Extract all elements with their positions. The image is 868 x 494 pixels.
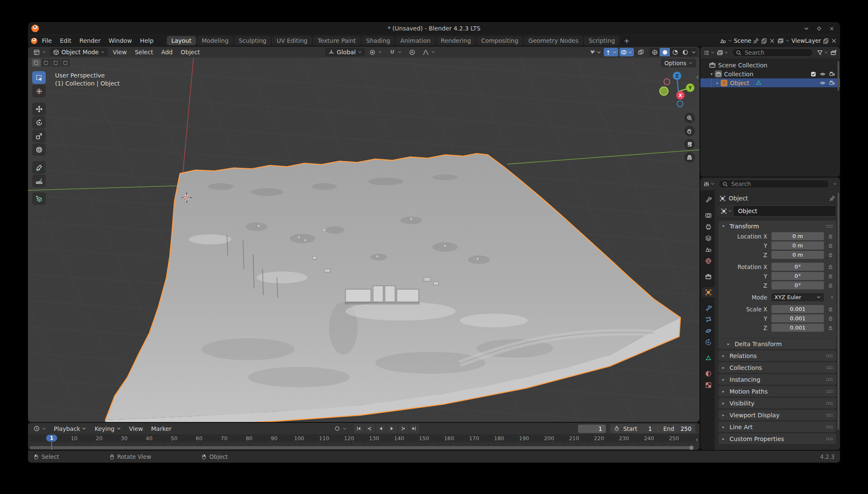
axis-x-negative-ball[interactable] xyxy=(663,78,670,85)
properties-tab-object-data[interactable] xyxy=(702,353,715,363)
viewport-menu-object[interactable]: Object xyxy=(177,48,204,56)
outliner-row-object[interactable]: ▸▽Object xyxy=(700,78,840,87)
transform-tool-button[interactable] xyxy=(32,143,46,156)
lock-open-icon[interactable] xyxy=(828,306,833,312)
stopwatch-icon[interactable] xyxy=(614,426,619,431)
pin-icon[interactable] xyxy=(829,195,835,202)
delta-transform-subpanel[interactable]: ▸ Delta Transform xyxy=(719,338,836,349)
zoom-button[interactable] xyxy=(684,113,695,123)
panel-motion-paths[interactable]: ▸Motion Paths xyxy=(719,386,836,397)
outliner-search[interactable] xyxy=(732,48,813,57)
panel-relations[interactable]: ▸Relations xyxy=(719,350,836,361)
jump-to-start-button[interactable] xyxy=(354,424,364,433)
perspective-toggle-button[interactable] xyxy=(684,152,695,163)
workspace-tab-layout[interactable]: Layout xyxy=(167,36,196,45)
value-field-y[interactable]: 0.001 xyxy=(771,314,824,322)
timeline-ruler[interactable]: 1 10203040506070809010011012013014015016… xyxy=(28,434,699,442)
workspace-tab-shading[interactable]: Shading xyxy=(362,36,395,45)
jump-to-end-button[interactable] xyxy=(409,424,419,433)
workspace-tab-compositing[interactable]: Compositing xyxy=(476,36,523,45)
lock-open-icon[interactable] xyxy=(828,264,833,269)
close-button[interactable] xyxy=(827,24,837,33)
viewport-menu-view[interactable]: View xyxy=(109,48,130,56)
remove-view-layer-icon[interactable] xyxy=(831,38,837,44)
panel-visibility[interactable]: ▸Visibility xyxy=(719,398,836,408)
properties-tab-scene[interactable] xyxy=(702,244,715,255)
lock-open-icon[interactable] xyxy=(828,283,833,288)
transform-panel-header[interactable]: ▾ Transform xyxy=(719,221,836,231)
panel-collections[interactable]: ▸Collections xyxy=(719,362,836,373)
terrain-mesh[interactable] xyxy=(28,58,699,422)
properties-tab-object[interactable] xyxy=(702,287,715,297)
checkbox-toggle[interactable] xyxy=(809,71,818,77)
animate-property-dot[interactable] xyxy=(832,296,832,298)
snapping-toggle[interactable] xyxy=(386,48,405,56)
timeline-scrollbar[interactable] xyxy=(30,446,693,449)
lock-open-icon[interactable] xyxy=(828,233,833,239)
select-extend-button[interactable] xyxy=(41,59,50,67)
current-frame-input[interactable] xyxy=(578,425,606,433)
breadcrumb-label[interactable]: Object xyxy=(729,195,748,202)
outliner-search-input[interactable] xyxy=(744,49,809,56)
axis-z-ball[interactable]: Z xyxy=(673,72,681,80)
proportional-editing-toggle[interactable] xyxy=(406,48,418,56)
value-field-scale-x[interactable]: 0.001 xyxy=(771,305,824,313)
panel-custom-properties[interactable]: ▸Custom Properties xyxy=(719,433,836,444)
minimize-button[interactable] xyxy=(801,24,811,33)
value-field-y[interactable]: 0 m xyxy=(771,241,824,250)
select-intersect-button[interactable] xyxy=(61,59,70,67)
properties-tab-material[interactable] xyxy=(702,369,715,379)
viewport-canvas[interactable]: Options User Perspective (1) Collection … xyxy=(28,58,699,422)
workspace-tab-scripting[interactable]: Scripting xyxy=(584,36,619,45)
workspace-tab-rendering[interactable]: Rendering xyxy=(436,36,476,45)
outliner-row-scene-collection[interactable]: Scene Collection xyxy=(700,61,840,69)
pan-button[interactable] xyxy=(684,126,695,136)
pivot-point-dropdown[interactable] xyxy=(366,48,385,56)
object-id-dropdown[interactable] xyxy=(719,206,734,216)
measure-tool-button[interactable] xyxy=(32,175,46,187)
expander-icon[interactable]: ▾ xyxy=(708,72,715,76)
cursor-tool-button[interactable] xyxy=(32,85,46,97)
properties-options-dropdown[interactable] xyxy=(833,182,837,186)
rotation-mode-select[interactable]: XYZ Euler xyxy=(771,293,824,301)
unlink-scene-icon[interactable] xyxy=(769,38,775,44)
menu-file[interactable]: File xyxy=(38,36,55,45)
value-field-z[interactable]: 0° xyxy=(771,281,824,289)
end-value[interactable]: 250 xyxy=(680,425,691,432)
axis-z-negative-ball[interactable] xyxy=(677,100,683,107)
outliner-scrollbar[interactable] xyxy=(838,61,839,91)
properties-search[interactable] xyxy=(719,180,829,188)
workspace-tab-texture-paint[interactable]: Texture Paint xyxy=(313,36,360,45)
drag-handle-icon[interactable] xyxy=(826,225,832,228)
xray-toggle-button[interactable] xyxy=(635,48,646,56)
blender-menu-logo-icon[interactable] xyxy=(31,38,37,44)
rendered-shading-button[interactable] xyxy=(680,48,690,56)
lock-open-icon[interactable] xyxy=(828,243,833,248)
axis-y-ball[interactable]: Y xyxy=(686,83,694,92)
auto-keying-toggle[interactable] xyxy=(331,425,350,433)
shading-dropdown[interactable] xyxy=(690,48,697,56)
properties-tab-texture[interactable] xyxy=(702,380,715,390)
add-workspace-button[interactable]: + xyxy=(620,36,633,46)
lock-open-icon[interactable] xyxy=(828,252,833,258)
properties-tab-render[interactable] xyxy=(702,210,715,220)
play-reverse-button[interactable] xyxy=(376,424,386,433)
properties-editor-type-button[interactable] xyxy=(703,181,715,187)
timeline-collapse-arrow[interactable]: ‹ xyxy=(696,437,698,442)
view-layer-selector[interactable]: ViewLayer xyxy=(777,37,837,44)
menu-edit[interactable]: Edit xyxy=(56,36,75,45)
value-field-y[interactable]: 0° xyxy=(771,272,824,280)
axis-y-negative-ball[interactable] xyxy=(659,86,669,96)
proportional-falloff-dropdown[interactable] xyxy=(420,48,438,56)
scene-selector[interactable]: Scene xyxy=(720,37,775,44)
workspace-tab-uv-editing[interactable]: UV Editing xyxy=(272,36,312,45)
timeline-track[interactable] xyxy=(28,442,699,450)
viewport-menu-add[interactable]: Add xyxy=(158,48,177,56)
new-view-layer-icon[interactable] xyxy=(823,38,829,44)
navigation-gizmo[interactable]: Z Y X xyxy=(658,69,697,109)
workspace-tab-animation[interactable]: Animation xyxy=(395,36,435,45)
play-button[interactable] xyxy=(387,424,397,433)
camera-toggle[interactable] xyxy=(827,80,837,86)
outliner-filter-dropdown[interactable] xyxy=(817,50,828,56)
properties-tab-collection[interactable] xyxy=(702,272,715,282)
